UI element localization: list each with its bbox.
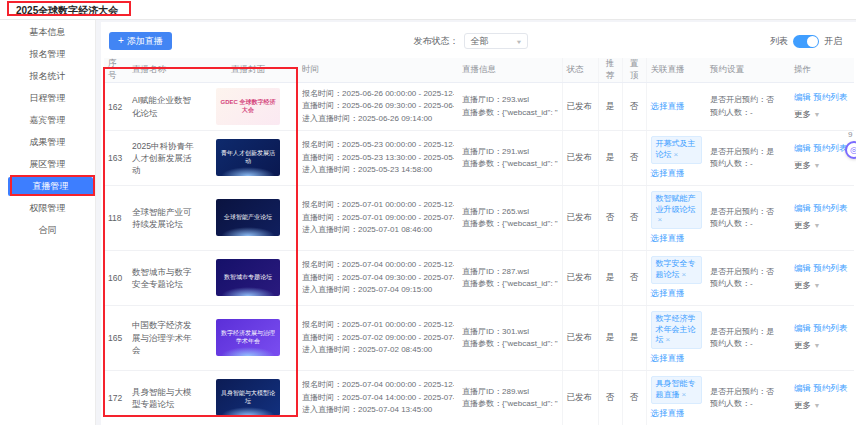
recommend-value: 是 xyxy=(598,131,622,186)
sidebar-item-registration[interactable]: 报名管理 xyxy=(0,45,95,64)
close-icon[interactable]: × xyxy=(674,150,679,159)
annotation-box-table-columns xyxy=(103,67,298,417)
reserve-list-link[interactable]: 预约列表 xyxy=(813,203,847,213)
add-live-button[interactable]: + 添加直播 xyxy=(109,32,172,50)
edit-link[interactable]: 编辑 xyxy=(794,143,811,153)
edit-link[interactable]: 编辑 xyxy=(794,203,811,213)
publish-status-select[interactable]: 全部 ▼ xyxy=(464,33,528,49)
time-line-2: 进入直播时间：2025-07-02 08:45:00 xyxy=(302,344,454,356)
recommend-value: 是 xyxy=(598,305,622,370)
time-line-1: 直播时间：2025-07-04 09:30:00 - 2025-07-04 17… xyxy=(302,272,454,284)
time-line-2: 进入直播时间：2025-05-23 14:58:00 xyxy=(302,164,454,176)
col-header-actions: 操作 xyxy=(790,58,854,83)
select-live-link[interactable]: 选择直播 xyxy=(651,408,685,418)
edit-link[interactable]: 编辑 xyxy=(794,92,811,102)
time-line-0: 报名时间：2025-07-04 00:00:00 - 2025-12-31 00… xyxy=(302,379,454,391)
col-header-top: 置顶 xyxy=(622,58,646,83)
setting-line-0: 是否开启预约：否 xyxy=(710,386,786,398)
select-live-link[interactable]: 选择直播 xyxy=(651,168,685,178)
tag-chip[interactable]: 数字经济学术年会主论坛× xyxy=(651,311,703,349)
chevron-down-icon: ▼ xyxy=(813,282,820,289)
col-header-reserve-setting: 预约设置 xyxy=(706,58,790,83)
more-dropdown[interactable]: 更多 ▼ xyxy=(794,220,850,232)
tag-chip[interactable]: 数字安全专题论坛× xyxy=(651,256,703,284)
sidebar-item-registration-stats[interactable]: 报名统计 xyxy=(0,67,95,86)
sidebar-item-permissions[interactable]: 权限管理 xyxy=(0,199,95,218)
info-line-0: 直播厅ID：287.wsl xyxy=(462,266,558,278)
time-line-2: 进入直播时间：2025-06-26 09:14:00 xyxy=(302,113,454,125)
top-value: 否 xyxy=(622,185,646,250)
reserve-list-link[interactable]: 预约列表 xyxy=(813,143,847,153)
more-link-label: 更多 xyxy=(794,280,811,290)
time-line-0: 报名时间：2025-06-26 00:00:00 - 2025-12-31 00… xyxy=(302,88,454,100)
tag-chip-label: 数字经济学术年会主论坛 xyxy=(656,314,696,345)
list-switch-group: 列表 开启 xyxy=(770,35,842,48)
more-dropdown[interactable]: 更多 ▼ xyxy=(794,109,850,121)
more-dropdown[interactable]: 更多 ▼ xyxy=(794,160,850,172)
tag-chip-label: 数字安全专题论坛 xyxy=(656,259,696,279)
time-line-0: 报名时间：2025-07-01 00:00:00 - 2025-12-31 00… xyxy=(302,199,454,211)
close-icon[interactable]: × xyxy=(682,270,687,279)
publish-status-label: 发布状态： xyxy=(413,35,458,48)
select-live-link[interactable]: 选择直播 xyxy=(651,233,685,243)
select-live-link[interactable]: 选择直播 xyxy=(651,288,685,298)
top-value: 否 xyxy=(622,371,646,425)
info-line-0: 直播厅ID：293.wsl xyxy=(462,94,558,106)
status-text: 已发布 xyxy=(567,101,593,111)
sidebar-item-guests[interactable]: 嘉宾管理 xyxy=(0,111,95,130)
recommend-value: 否 xyxy=(598,185,622,250)
sidebar: 基本信息 报名管理 报名统计 日程管理 嘉宾管理 成果管理 展区管理 直播管理 … xyxy=(0,20,96,425)
time-line-0: 报名时间：2025-07-04 00:00:00 - 2025-12-31 00… xyxy=(302,259,454,271)
setting-line-0: 是否开启预约：否 xyxy=(710,266,786,278)
setting-line-1: 预约人数：- xyxy=(710,338,786,350)
chevron-down-icon: ▼ xyxy=(813,162,820,169)
info-line-1: 直播参数：{"webcast_id": "1988455910347625547… xyxy=(462,398,558,410)
setting-line-0: 是否开启预约：是 xyxy=(710,146,786,158)
tag-chip[interactable]: 开幕式及主论坛× xyxy=(651,136,703,164)
tag-chip[interactable]: 具身智能专题直播× xyxy=(651,376,703,404)
close-icon[interactable]: × xyxy=(666,335,671,344)
sidebar-item-exhibition[interactable]: 展区管理 xyxy=(0,155,95,174)
list-toggle[interactable] xyxy=(793,35,819,48)
sidebar-item-basic-info[interactable]: 基本信息 xyxy=(0,23,95,42)
more-dropdown[interactable]: 更多 ▼ xyxy=(794,280,850,292)
top-value: 是 xyxy=(622,305,646,370)
add-live-button-label: 添加直播 xyxy=(127,35,163,48)
sidebar-item-schedule[interactable]: 日程管理 xyxy=(0,89,95,108)
service-float-button[interactable]: ◎ xyxy=(845,141,856,159)
reserve-list-link[interactable]: 预约列表 xyxy=(813,383,847,393)
top-value: 否 xyxy=(622,83,646,131)
time-line-2: 进入直播时间：2025-07-04 13:45:00 xyxy=(302,404,454,416)
time-line-1: 直播时间：2025-07-02 09:00:00 - 2025-07-02 17… xyxy=(302,332,454,344)
service-icon: ◎ xyxy=(850,145,856,155)
edit-link[interactable]: 编辑 xyxy=(794,383,811,393)
time-line-1: 直播时间：2025-05-23 13:30:00 - 2025-05-23 18… xyxy=(302,152,454,164)
edit-link[interactable]: 编辑 xyxy=(794,263,811,273)
info-line-0: 直播厅ID：265.wsl xyxy=(462,206,558,218)
more-dropdown[interactable]: 更多 ▼ xyxy=(794,340,850,352)
col-header-linked-live: 关联直播 xyxy=(646,58,706,83)
more-dropdown[interactable]: 更多 ▼ xyxy=(794,400,850,412)
close-icon[interactable]: × xyxy=(682,390,687,399)
select-live-link[interactable]: 选择直播 xyxy=(651,101,685,111)
reserve-list-link[interactable]: 预约列表 xyxy=(813,323,847,333)
reserve-list-link[interactable]: 预约列表 xyxy=(813,92,847,102)
edit-link[interactable]: 编辑 xyxy=(794,323,811,333)
recommend-value: 是 xyxy=(598,251,622,306)
info-line-1: 直播参数：{"webcast_id": "1988452718349625531… xyxy=(462,218,558,230)
info-line-1: 直播参数：{"webcast_id": "1988453619247625538… xyxy=(462,278,558,290)
annotation-box-title xyxy=(7,1,131,16)
top-value: 否 xyxy=(622,131,646,186)
time-line-0: 报名时间：2025-07-01 00:00:00 - 2025-12-31 00… xyxy=(302,319,454,331)
time-line-0: 报名时间：2025-05-23 00:00:00 - 2025-12-31 00… xyxy=(302,139,454,151)
top-value: 否 xyxy=(622,251,646,306)
reserve-list-link[interactable]: 预约列表 xyxy=(813,263,847,273)
more-link-label: 更多 xyxy=(794,400,811,410)
sidebar-item-achievements[interactable]: 成果管理 xyxy=(0,133,95,152)
sidebar-item-contract[interactable]: 合同 xyxy=(0,221,95,240)
chevron-down-icon: ▼ xyxy=(813,342,820,349)
tag-chip[interactable]: 数智赋能产业升级论坛× xyxy=(651,191,703,229)
select-live-link[interactable]: 选择直播 xyxy=(651,353,685,363)
info-line-0: 直播厅ID：291.wsl xyxy=(462,146,558,158)
close-icon[interactable]: × xyxy=(658,215,663,224)
